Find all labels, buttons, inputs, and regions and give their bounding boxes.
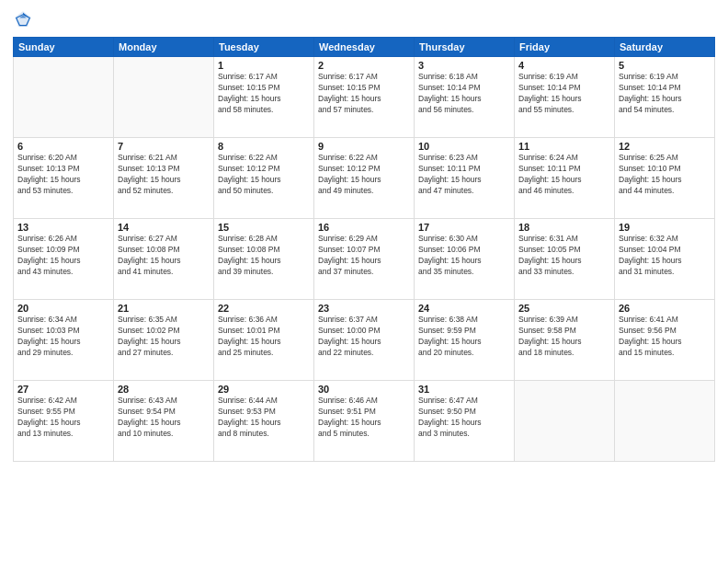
day-cell: 20Sunrise: 6:34 AM Sunset: 10:03 PM Dayl…: [14, 300, 114, 381]
day-cell: 12Sunrise: 6:25 AM Sunset: 10:10 PM Dayl…: [615, 138, 715, 219]
week-row-3: 13Sunrise: 6:26 AM Sunset: 10:09 PM Dayl…: [14, 219, 715, 300]
day-cell: 24Sunrise: 6:38 AM Sunset: 9:59 PM Dayli…: [415, 300, 515, 381]
day-number: 15: [218, 222, 310, 233]
day-cell: 16Sunrise: 6:29 AM Sunset: 10:07 PM Dayl…: [314, 219, 415, 300]
day-info: Sunrise: 6:37 AM Sunset: 10:00 PM Daylig…: [318, 315, 410, 359]
day-number: 25: [518, 303, 610, 314]
day-number: 17: [418, 222, 510, 233]
day-cell: 21Sunrise: 6:35 AM Sunset: 10:02 PM Dayl…: [114, 300, 214, 381]
day-number: 24: [418, 303, 510, 314]
weekday-header-row: SundayMondayTuesdayWednesdayThursdayFrid…: [14, 38, 715, 57]
day-cell: [615, 381, 715, 462]
day-info: Sunrise: 6:41 AM Sunset: 9:56 PM Dayligh…: [619, 315, 711, 359]
day-number: 21: [118, 303, 210, 314]
day-cell: [14, 57, 114, 138]
logo: [13, 9, 37, 29]
weekday-header-monday: Monday: [114, 38, 214, 57]
day-number: 11: [518, 141, 610, 152]
week-row-4: 20Sunrise: 6:34 AM Sunset: 10:03 PM Dayl…: [14, 300, 715, 381]
day-cell: 26Sunrise: 6:41 AM Sunset: 9:56 PM Dayli…: [615, 300, 715, 381]
day-info: Sunrise: 6:24 AM Sunset: 10:11 PM Daylig…: [518, 153, 610, 197]
day-cell: 6Sunrise: 6:20 AM Sunset: 10:13 PM Dayli…: [14, 138, 114, 219]
day-cell: 4Sunrise: 6:19 AM Sunset: 10:14 PM Dayli…: [515, 57, 615, 138]
week-row-1: 1Sunrise: 6:17 AM Sunset: 10:15 PM Dayli…: [14, 57, 715, 138]
day-info: Sunrise: 6:32 AM Sunset: 10:04 PM Daylig…: [619, 234, 711, 278]
day-cell: 8Sunrise: 6:22 AM Sunset: 10:12 PM Dayli…: [214, 138, 314, 219]
day-cell: 18Sunrise: 6:31 AM Sunset: 10:05 PM Dayl…: [515, 219, 615, 300]
day-info: Sunrise: 6:21 AM Sunset: 10:13 PM Daylig…: [118, 153, 210, 197]
day-info: Sunrise: 6:39 AM Sunset: 9:58 PM Dayligh…: [518, 315, 610, 359]
day-cell: 27Sunrise: 6:42 AM Sunset: 9:55 PM Dayli…: [14, 381, 114, 462]
day-number: 3: [418, 60, 510, 71]
day-cell: 19Sunrise: 6:32 AM Sunset: 10:04 PM Dayl…: [615, 219, 715, 300]
day-cell: 2Sunrise: 6:17 AM Sunset: 10:15 PM Dayli…: [314, 57, 415, 138]
day-cell: 31Sunrise: 6:47 AM Sunset: 9:50 PM Dayli…: [415, 381, 515, 462]
day-info: Sunrise: 6:31 AM Sunset: 10:05 PM Daylig…: [518, 234, 610, 278]
day-number: 1: [218, 60, 310, 71]
day-info: Sunrise: 6:17 AM Sunset: 10:15 PM Daylig…: [318, 72, 410, 116]
day-info: Sunrise: 6:46 AM Sunset: 9:51 PM Dayligh…: [318, 396, 410, 440]
day-number: 18: [518, 222, 610, 233]
day-number: 2: [318, 60, 410, 71]
day-number: 10: [418, 141, 510, 152]
day-number: 14: [118, 222, 210, 233]
day-cell: 10Sunrise: 6:23 AM Sunset: 10:11 PM Dayl…: [415, 138, 515, 219]
day-number: 6: [17, 141, 109, 152]
day-info: Sunrise: 6:38 AM Sunset: 9:59 PM Dayligh…: [418, 315, 510, 359]
day-number: 29: [218, 384, 310, 395]
weekday-header-saturday: Saturday: [615, 38, 715, 57]
day-number: 22: [218, 303, 310, 314]
day-number: 13: [17, 222, 109, 233]
day-number: 26: [619, 303, 711, 314]
day-cell: 28Sunrise: 6:43 AM Sunset: 9:54 PM Dayli…: [114, 381, 214, 462]
day-number: 12: [619, 141, 711, 152]
calendar: SundayMondayTuesdayWednesdayThursdayFrid…: [13, 37, 715, 462]
day-cell: 14Sunrise: 6:27 AM Sunset: 10:08 PM Dayl…: [114, 219, 214, 300]
day-info: Sunrise: 6:19 AM Sunset: 10:14 PM Daylig…: [518, 72, 610, 116]
day-number: 5: [619, 60, 711, 71]
day-info: Sunrise: 6:34 AM Sunset: 10:03 PM Daylig…: [17, 315, 109, 359]
day-number: 30: [318, 384, 410, 395]
week-row-2: 6Sunrise: 6:20 AM Sunset: 10:13 PM Dayli…: [14, 138, 715, 219]
day-info: Sunrise: 6:27 AM Sunset: 10:08 PM Daylig…: [118, 234, 210, 278]
day-cell: 9Sunrise: 6:22 AM Sunset: 10:12 PM Dayli…: [314, 138, 415, 219]
day-info: Sunrise: 6:28 AM Sunset: 10:08 PM Daylig…: [218, 234, 310, 278]
day-number: 23: [318, 303, 410, 314]
day-cell: 15Sunrise: 6:28 AM Sunset: 10:08 PM Dayl…: [214, 219, 314, 300]
header: [13, 9, 715, 29]
day-info: Sunrise: 6:47 AM Sunset: 9:50 PM Dayligh…: [418, 396, 510, 440]
day-number: 8: [218, 141, 310, 152]
day-cell: [114, 57, 214, 138]
day-number: 31: [418, 384, 510, 395]
day-cell: 1Sunrise: 6:17 AM Sunset: 10:15 PM Dayli…: [214, 57, 314, 138]
day-number: 27: [17, 384, 109, 395]
day-cell: 13Sunrise: 6:26 AM Sunset: 10:09 PM Dayl…: [14, 219, 114, 300]
day-number: 20: [17, 303, 109, 314]
day-info: Sunrise: 6:35 AM Sunset: 10:02 PM Daylig…: [118, 315, 210, 359]
day-number: 16: [318, 222, 410, 233]
weekday-header-thursday: Thursday: [415, 38, 515, 57]
day-info: Sunrise: 6:20 AM Sunset: 10:13 PM Daylig…: [17, 153, 109, 197]
day-info: Sunrise: 6:22 AM Sunset: 10:12 PM Daylig…: [318, 153, 410, 197]
day-cell: 30Sunrise: 6:46 AM Sunset: 9:51 PM Dayli…: [314, 381, 415, 462]
page: SundayMondayTuesdayWednesdayThursdayFrid…: [0, 0, 728, 563]
day-info: Sunrise: 6:29 AM Sunset: 10:07 PM Daylig…: [318, 234, 410, 278]
day-cell: [515, 381, 615, 462]
day-info: Sunrise: 6:19 AM Sunset: 10:14 PM Daylig…: [619, 72, 711, 116]
day-number: 7: [118, 141, 210, 152]
day-info: Sunrise: 6:44 AM Sunset: 9:53 PM Dayligh…: [218, 396, 310, 440]
day-info: Sunrise: 6:26 AM Sunset: 10:09 PM Daylig…: [17, 234, 109, 278]
day-info: Sunrise: 6:22 AM Sunset: 10:12 PM Daylig…: [218, 153, 310, 197]
day-info: Sunrise: 6:36 AM Sunset: 10:01 PM Daylig…: [218, 315, 310, 359]
day-info: Sunrise: 6:30 AM Sunset: 10:06 PM Daylig…: [418, 234, 510, 278]
day-info: Sunrise: 6:23 AM Sunset: 10:11 PM Daylig…: [418, 153, 510, 197]
weekday-header-tuesday: Tuesday: [214, 38, 314, 57]
day-cell: 17Sunrise: 6:30 AM Sunset: 10:06 PM Dayl…: [415, 219, 515, 300]
day-cell: 22Sunrise: 6:36 AM Sunset: 10:01 PM Dayl…: [214, 300, 314, 381]
day-info: Sunrise: 6:17 AM Sunset: 10:15 PM Daylig…: [218, 72, 310, 116]
day-cell: 11Sunrise: 6:24 AM Sunset: 10:11 PM Dayl…: [515, 138, 615, 219]
day-number: 19: [619, 222, 711, 233]
day-info: Sunrise: 6:18 AM Sunset: 10:14 PM Daylig…: [418, 72, 510, 116]
day-cell: 23Sunrise: 6:37 AM Sunset: 10:00 PM Dayl…: [314, 300, 415, 381]
day-cell: 5Sunrise: 6:19 AM Sunset: 10:14 PM Dayli…: [615, 57, 715, 138]
